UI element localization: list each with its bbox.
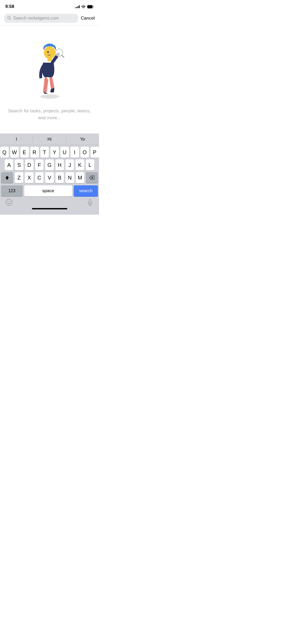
key-g[interactable]: G xyxy=(45,159,54,171)
search-hint-text: Search for tasks, projects, people, team… xyxy=(8,108,91,121)
key-j[interactable]: J xyxy=(65,159,74,171)
key-t[interactable]: T xyxy=(40,147,49,158)
key-k[interactable]: K xyxy=(76,159,84,171)
key-u[interactable]: U xyxy=(60,147,69,158)
space-key[interactable]: space xyxy=(24,185,72,196)
svg-point-14 xyxy=(8,201,8,202)
key-e[interactable]: E xyxy=(20,147,29,158)
keyboard-row-1: Q W E R T Y U I O P xyxy=(0,145,99,158)
status-bar: 9:58 xyxy=(0,0,99,12)
svg-point-10 xyxy=(57,50,58,52)
key-l[interactable]: L xyxy=(86,159,94,171)
keyboard-bottom-row: 123 space search xyxy=(0,183,99,196)
keyboard-row-2: A S D F G H J K L xyxy=(0,158,99,171)
microphone-button[interactable] xyxy=(86,199,94,206)
search-icon xyxy=(7,16,11,21)
signal-bars-icon xyxy=(75,5,80,8)
svg-line-3 xyxy=(10,19,11,20)
suggestion-yo[interactable]: Yo xyxy=(66,134,99,145)
key-b[interactable]: B xyxy=(55,172,64,183)
keyboard-row-3: Z X C V B N M xyxy=(0,171,99,183)
svg-point-7 xyxy=(47,51,49,53)
svg-rect-1 xyxy=(88,5,92,8)
keyboard-suggestions-row: I Hi Yo xyxy=(0,134,99,145)
numbers-key[interactable]: 123 xyxy=(1,185,23,196)
main-content: Search for tasks, projects, people, team… xyxy=(0,26,99,126)
svg-point-15 xyxy=(10,201,11,202)
key-v[interactable]: V xyxy=(45,172,54,183)
key-p[interactable]: P xyxy=(91,147,99,158)
key-r[interactable]: R xyxy=(30,147,39,158)
svg-point-6 xyxy=(44,46,55,59)
home-indicator xyxy=(32,208,67,209)
suggestion-hi[interactable]: Hi xyxy=(33,134,66,145)
key-y[interactable]: Y xyxy=(50,147,59,158)
delete-key[interactable] xyxy=(86,172,98,183)
key-o[interactable]: O xyxy=(81,147,89,158)
keyboard-extras-row xyxy=(0,196,99,206)
key-q[interactable]: Q xyxy=(0,147,9,158)
wifi-icon xyxy=(81,5,86,8)
svg-rect-16 xyxy=(89,199,91,203)
status-icons xyxy=(75,5,94,8)
search-key[interactable]: search xyxy=(74,185,98,196)
keyboard: I Hi Yo Q W E R T Y U I O P A S D F G H … xyxy=(0,134,99,215)
key-m[interactable]: M xyxy=(76,172,84,183)
search-placeholder: Search rocketgems.com xyxy=(13,16,75,21)
search-illustration xyxy=(23,34,76,102)
key-w[interactable]: W xyxy=(10,147,19,158)
key-a[interactable]: A xyxy=(5,159,13,171)
status-time: 9:58 xyxy=(5,4,14,9)
key-f[interactable]: F xyxy=(35,159,44,171)
key-h[interactable]: H xyxy=(55,159,64,171)
svg-line-9 xyxy=(62,55,64,57)
key-x[interactable]: X xyxy=(25,172,33,183)
search-bar-row: Search rocketgems.com Cancel xyxy=(0,12,99,26)
suggestion-i[interactable]: I xyxy=(0,134,33,145)
cancel-button[interactable]: Cancel xyxy=(81,16,95,21)
shift-key[interactable] xyxy=(1,172,13,183)
search-input-container[interactable]: Search rocketgems.com xyxy=(4,14,78,23)
emoji-button[interactable] xyxy=(5,199,13,206)
key-d[interactable]: D xyxy=(25,159,34,171)
svg-point-13 xyxy=(6,199,12,205)
key-c[interactable]: C xyxy=(35,172,44,183)
svg-point-4 xyxy=(40,94,59,99)
battery-icon xyxy=(87,5,94,8)
key-z[interactable]: Z xyxy=(15,172,23,183)
key-s[interactable]: S xyxy=(15,159,23,171)
key-n[interactable]: N xyxy=(65,172,74,183)
key-i[interactable]: I xyxy=(70,147,79,158)
